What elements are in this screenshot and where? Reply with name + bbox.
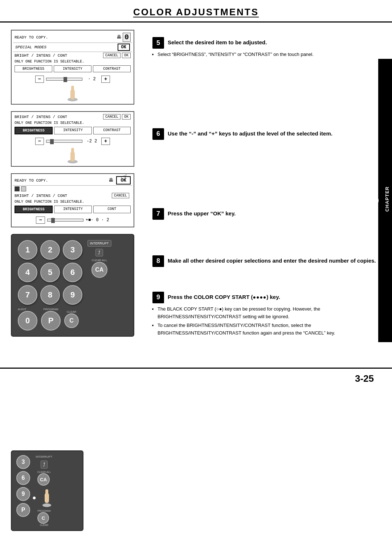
chapter-num: 3 — [364, 196, 382, 205]
ok-button-1[interactable]: OK — [118, 44, 130, 51]
finger-pressing-svg — [38, 488, 56, 507]
small-keypad-inner: 3 6 9 P INTERRUPT ⤴ CLEAR ALL CA ● — [16, 455, 78, 526]
slider-row-2: − -2 2 + — [13, 135, 132, 146]
small-c-area: PROGRAM C CLEAR — [37, 510, 50, 526]
contrast-btn-2[interactable]: CONTRAST — [93, 127, 131, 134]
slider-minus-2[interactable]: − — [35, 138, 44, 145]
small-keypad-right: INTERRUPT ⤴ CLEAR ALL CA ● — [32, 455, 56, 526]
keypad-key-2[interactable]: 2 — [40, 240, 60, 260]
slider-minus-3[interactable]: − — [36, 216, 45, 224]
keypad-panel-step8: 1 2 3 4 5 6 7 8 9 AUDIT 0 — [11, 234, 134, 337]
step-7-number: 7 — [152, 208, 164, 220]
contrast-btn-1[interactable]: CONTRAST — [93, 65, 131, 72]
step-5-bullets: Select “BRIGHTNESS”, “INTENSITY” or “CON… — [152, 51, 385, 60]
small-key-P[interactable]: P — [16, 503, 30, 517]
btn-row-2: BRIGHTNESS INTENSITY CONTRAST — [13, 126, 132, 135]
ready-to-copy-label: READY TO COPY. — [15, 35, 48, 40]
screen-row-2: BRIGHT / INTENS / CONT CANCEL OK — [13, 113, 132, 120]
keypad-key-9[interactable]: 9 — [63, 285, 82, 305]
small-interrupt-icon[interactable]: ⤴ — [41, 461, 48, 469]
cont-btn-3[interactable]: CONT — [93, 206, 131, 213]
cancel-button-3[interactable]: CANCEL — [112, 193, 129, 198]
indicator-empty — [21, 186, 26, 191]
step-6-block: 6 Use the “-” and “+” keys to adjust the… — [152, 128, 385, 140]
slider-row-1: − · 2 + — [13, 73, 132, 84]
brightness-btn-3[interactable]: BRIGHTNESS — [15, 206, 53, 213]
screen-icons-3: 🖶 OK ☞ — [109, 176, 131, 185]
svg-point-3 — [71, 86, 74, 89]
svg-point-8 — [42, 503, 51, 507]
screen-panel-step7: READY TO COPY. 🖶 OK ☞ BRIGHT / INTENS / … — [11, 173, 134, 227]
side-tab: CHAPTER 3 SPECIAL FUNCTIONS Color adjust… — [378, 59, 392, 342]
step-5-title: Select the desired item to be adjusted. — [168, 37, 267, 46]
slider-track-2[interactable] — [46, 140, 82, 143]
keypad-key-8[interactable]: 8 — [40, 285, 60, 305]
small-key-c[interactable]: C — [37, 512, 49, 524]
step-8-title: Make all other desired copier selections… — [168, 255, 376, 264]
screen-notice-3: ONLY ONE FUNCTION IS SELECTABLE. — [13, 199, 132, 204]
keypad-key-C-bottom[interactable]: C — [64, 313, 79, 328]
small-key-3[interactable]: 3 — [16, 455, 30, 469]
screen-panel-step5: READY TO COPY. 🖶 0 SPECIAL MODES OK BRIG… — [11, 30, 134, 105]
right-column: 5 Select the desired item to be adjusted… — [142, 30, 392, 339]
indicator-filled — [15, 186, 20, 191]
slider-thumb-3 — [51, 218, 55, 223]
keypad-key-0[interactable]: 0 — [18, 311, 37, 331]
slider-plus-2[interactable]: + — [101, 138, 110, 145]
screen-panel-step6: BRIGHT / INTENS / CONT CANCEL OK ONLY ON… — [11, 111, 134, 167]
step-8-block: 8 Make all other desired copier selectio… — [152, 255, 385, 267]
screen-indicator-3 — [15, 186, 131, 191]
finger-hint-1 — [13, 84, 132, 102]
keypad-key-ca[interactable]: CA — [91, 262, 107, 278]
intensity-btn-1[interactable]: INTENSITY — [54, 65, 91, 72]
slider-plus-1[interactable]: + — [101, 76, 110, 83]
small-program-label: PROGRAM — [37, 510, 50, 512]
slider-minus-1[interactable]: − — [35, 76, 44, 83]
ok-small-1[interactable]: OK — [122, 53, 131, 58]
keypad-key-P[interactable]: P — [41, 311, 61, 331]
small-keypad-panel: 3 6 9 P INTERRUPT ⤴ CLEAR ALL CA ● — [11, 450, 83, 531]
keypad-key-1[interactable]: 1 — [18, 240, 37, 260]
ok-small-2[interactable]: OK — [122, 114, 131, 119]
intensity-btn-3[interactable]: INTENSITY — [54, 206, 91, 213]
small-key-9[interactable]: 9 — [16, 487, 30, 501]
keypad-key-7[interactable]: 7 — [18, 285, 37, 305]
small-key-6[interactable]: 6 — [16, 471, 30, 485]
special-modes-bar: SPECIAL MODES OK — [13, 43, 132, 52]
step9-left-area: 3 6 9 P INTERRUPT ⤴ CLEAR ALL CA ● — [11, 450, 83, 531]
btn-row-1: BRIGHTNESS INTENSITY CONTRAST — [13, 64, 132, 73]
intensity-btn-2[interactable]: INTENSITY — [54, 127, 91, 134]
printer-icon-3: 🖶 — [109, 178, 113, 183]
color-dots: ●●●● — [253, 294, 267, 300]
audit-label: AUDIT — [18, 308, 37, 311]
keypad-bottom-row: AUDIT 0 PROGRAM P CLEAR C — [18, 308, 82, 331]
screen-icons-1: 🖶 0 — [117, 33, 131, 42]
program-label: PROGRAM — [41, 308, 61, 311]
brightness-btn-1[interactable]: BRIGHTNESS — [15, 65, 52, 72]
cancel-button-1[interactable]: CANCEL — [103, 53, 121, 58]
bright-intens-cont-label-3: BRIGHT / INTENS / CONT — [15, 194, 112, 198]
keypad-key-6[interactable]: 6 — [63, 263, 82, 282]
svg-point-7 — [71, 148, 74, 151]
clear-all-label: CLEAR ALL — [91, 259, 107, 262]
slider-track-1[interactable] — [46, 78, 82, 81]
keypad-interrupt-icon[interactable]: ⤴ — [95, 249, 103, 256]
special-modes-label: SPECIAL MODES — [15, 45, 46, 49]
ok-area-7: OK ☞ — [115, 176, 131, 185]
page-title: COLOR ADJUSTMENTS — [15, 7, 377, 18]
small-interrupt-label: INTERRUPT — [36, 455, 53, 458]
small-dot-area: ● — [32, 488, 56, 507]
small-key-ca[interactable]: CA — [37, 473, 50, 486]
brightness-btn-selected[interactable]: BRIGHTNESS — [15, 127, 53, 134]
keypad-key-4[interactable]: 4 — [18, 263, 37, 282]
cancel-button-2[interactable]: CANCEL — [103, 114, 121, 119]
step-9-bullets: The BLACK COPY START (○●) key can be pre… — [152, 305, 385, 339]
step-7-block: 7 Press the upper “OK” key. — [152, 208, 385, 220]
keypad-key-3[interactable]: 3 — [63, 240, 82, 260]
keypad-interrupt-label[interactable]: INTERRUPT — [87, 240, 111, 247]
slider-track-3[interactable] — [47, 219, 83, 222]
screen-topbar-3: READY TO COPY. 🖶 OK ☞ — [13, 175, 132, 186]
keypad-key-5[interactable]: 5 — [40, 263, 60, 282]
step-5-header: 5 Select the desired item to be adjusted… — [152, 37, 385, 49]
step-9-bullet-1: The BLACK COPY START (○●) key can be pre… — [158, 305, 385, 321]
